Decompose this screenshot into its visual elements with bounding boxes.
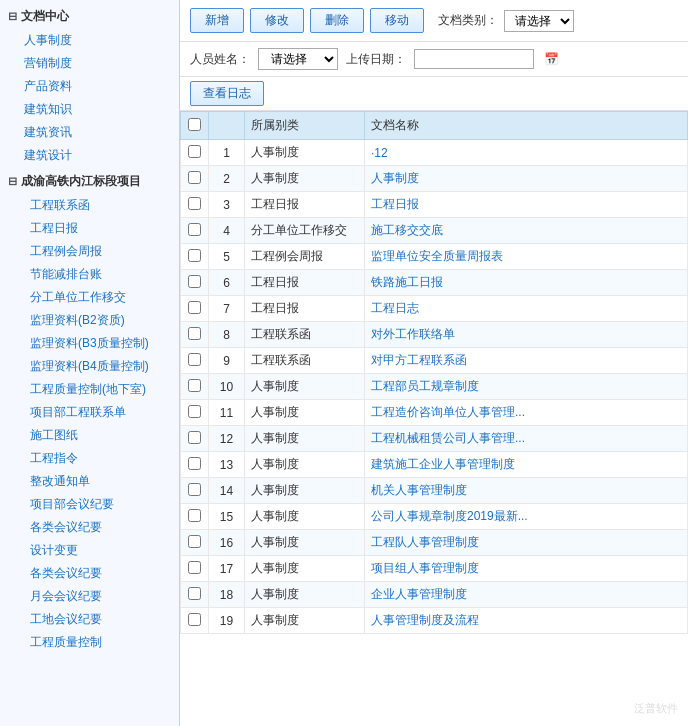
row-doc-name[interactable]: 监理单位安全质量周报表 <box>365 244 688 270</box>
sidebar-sub-item-3[interactable]: 节能减排台账 <box>0 263 179 286</box>
row-doc-name[interactable]: 工程队人事管理制度 <box>365 530 688 556</box>
sidebar-sub-item-16[interactable]: 各类会议纪要 <box>0 562 179 585</box>
sidebar-sub-item-4[interactable]: 分工单位工作移交 <box>0 286 179 309</box>
doc-name-link[interactable]: 工程造价咨询单位人事管理... <box>371 405 525 419</box>
sidebar-sub-item-19[interactable]: 工程质量控制 <box>0 631 179 654</box>
doc-name-link[interactable]: 对外工作联络单 <box>371 327 455 341</box>
row-checkbox-10[interactable] <box>188 405 201 418</box>
row-doc-name[interactable]: 工程日报 <box>365 192 688 218</box>
row-doc-name[interactable]: 建筑施工企业人事管理制度 <box>365 452 688 478</box>
sidebar-item-jianzhu-zhishi[interactable]: 建筑知识 <box>0 98 179 121</box>
add-button[interactable]: 新增 <box>190 8 244 33</box>
sidebar-sub-item-13[interactable]: 项目部会议纪要 <box>0 493 179 516</box>
row-doc-name[interactable]: 项目组人事管理制度 <box>365 556 688 582</box>
row-doc-name[interactable]: 人事管理制度及流程 <box>365 608 688 634</box>
row-checkbox-17[interactable] <box>188 587 201 600</box>
sidebar-sub-item-7[interactable]: 监理资料(B4质量控制) <box>0 355 179 378</box>
row-checkbox-0[interactable] <box>188 145 201 158</box>
doc-name-link[interactable]: 施工移交交底 <box>371 223 443 237</box>
doc-name-link[interactable]: 机关人事管理制度 <box>371 483 467 497</box>
row-checkbox-4[interactable] <box>188 249 201 262</box>
sidebar-sub-item-12[interactable]: 整改通知单 <box>0 470 179 493</box>
doc-type-select[interactable]: 请选择 <box>504 10 574 32</box>
row-checkbox-12[interactable] <box>188 457 201 470</box>
sidebar-sub-item-17[interactable]: 月会会议纪要 <box>0 585 179 608</box>
row-doc-name[interactable]: 工程部员工规章制度 <box>365 374 688 400</box>
row-checkbox-15[interactable] <box>188 535 201 548</box>
doc-name-link[interactable]: ·12 <box>371 146 388 160</box>
row-checkbox-7[interactable] <box>188 327 201 340</box>
row-doc-name[interactable]: 人事制度 <box>365 166 688 192</box>
row-doc-name[interactable]: 工程机械租赁公司人事管理... <box>365 426 688 452</box>
sidebar-item-chanpin[interactable]: 产品资料 <box>0 75 179 98</box>
sidebar-sub-item-8[interactable]: 工程质量控制(地下室) <box>0 378 179 401</box>
row-checkbox-11[interactable] <box>188 431 201 444</box>
doc-name-link[interactable]: 工程机械租赁公司人事管理... <box>371 431 525 445</box>
sidebar-item-yingxiao[interactable]: 营销制度 <box>0 52 179 75</box>
row-doc-name[interactable]: 企业人事管理制度 <box>365 582 688 608</box>
row-doc-name[interactable]: ·12 <box>365 140 688 166</box>
sidebar-sub-item-15[interactable]: 设计变更 <box>0 539 179 562</box>
row-doc-name[interactable]: 机关人事管理制度 <box>365 478 688 504</box>
doc-name-link[interactable]: 人事管理制度及流程 <box>371 613 479 627</box>
doc-name-link[interactable]: 企业人事管理制度 <box>371 587 467 601</box>
row-checkbox-2[interactable] <box>188 197 201 210</box>
row-doc-name[interactable]: 铁路施工日报 <box>365 270 688 296</box>
sidebar-sub-item-6[interactable]: 监理资料(B3质量控制) <box>0 332 179 355</box>
doc-name-link[interactable]: 人事制度 <box>371 171 419 185</box>
person-select[interactable]: 请选择 <box>258 48 338 70</box>
sidebar-sub-item-14[interactable]: 各类会议纪要 <box>0 516 179 539</box>
row-checkbox-5[interactable] <box>188 275 201 288</box>
row-doc-name[interactable]: 对外工作联络单 <box>365 322 688 348</box>
row-checkbox-13[interactable] <box>188 483 201 496</box>
row-checkbox-14[interactable] <box>188 509 201 522</box>
doc-name-link[interactable]: 工程部员工规章制度 <box>371 379 479 393</box>
sidebar-root[interactable]: ⊟ 文档中心 <box>0 4 179 29</box>
calendar-icon[interactable]: 📅 <box>544 52 559 66</box>
date-label: 上传日期： <box>346 51 406 68</box>
doc-name-link[interactable]: 项目组人事管理制度 <box>371 561 479 575</box>
sidebar-sub-item-11[interactable]: 工程指令 <box>0 447 179 470</box>
sidebar-section-project[interactable]: ⊟ 成渝高铁内江标段项目 <box>0 169 179 194</box>
sidebar-item-jianzhu-sheji[interactable]: 建筑设计 <box>0 144 179 167</box>
move-button[interactable]: 移动 <box>370 8 424 33</box>
row-checkbox-9[interactable] <box>188 379 201 392</box>
row-checkbox-6[interactable] <box>188 301 201 314</box>
row-doc-name[interactable]: 施工移交交底 <box>365 218 688 244</box>
date-input[interactable] <box>414 49 534 69</box>
doc-name-link[interactable]: 监理单位安全质量周报表 <box>371 249 503 263</box>
row-doc-name[interactable]: 公司人事规章制度2019最新... <box>365 504 688 530</box>
row-checkbox-3[interactable] <box>188 223 201 236</box>
sidebar-sub-item-10[interactable]: 施工图纸 <box>0 424 179 447</box>
sidebar-sub-item-1[interactable]: 工程日报 <box>0 217 179 240</box>
row-num: 2 <box>209 166 245 192</box>
doc-name-link[interactable]: 工程队人事管理制度 <box>371 535 479 549</box>
sidebar-sub-item-9[interactable]: 项目部工程联系单 <box>0 401 179 424</box>
sidebar-sub-item-18[interactable]: 工地会议纪要 <box>0 608 179 631</box>
row-checkbox-8[interactable] <box>188 353 201 366</box>
row-checkbox-16[interactable] <box>188 561 201 574</box>
doc-name-link[interactable]: 公司人事规章制度2019最新... <box>371 509 528 523</box>
row-checkbox-1[interactable] <box>188 171 201 184</box>
row-doc-name[interactable]: 对甲方工程联系函 <box>365 348 688 374</box>
doc-name-link[interactable]: 对甲方工程联系函 <box>371 353 467 367</box>
table-row: 1人事制度·12 <box>181 140 688 166</box>
row-doc-name[interactable]: 工程造价咨询单位人事管理... <box>365 400 688 426</box>
doc-name-link[interactable]: 铁路施工日报 <box>371 275 443 289</box>
delete-button[interactable]: 删除 <box>310 8 364 33</box>
doc-name-link[interactable]: 工程日志 <box>371 301 419 315</box>
main-panel: 新增 修改 删除 移动 文档类别： 请选择 人员姓名： 请选择 上传日期： 📅 … <box>180 0 688 726</box>
sidebar-sub-item-2[interactable]: 工程例会周报 <box>0 240 179 263</box>
sidebar-sub-item-5[interactable]: 监理资料(B2资质) <box>0 309 179 332</box>
sidebar-sub-item-0[interactable]: 工程联系函 <box>0 194 179 217</box>
doc-name-link[interactable]: 工程日报 <box>371 197 419 211</box>
log-button[interactable]: 查看日志 <box>190 81 264 106</box>
row-doc-name[interactable]: 工程日志 <box>365 296 688 322</box>
sidebar-item-renshi[interactable]: 人事制度 <box>0 29 179 52</box>
row-checkbox-18[interactable] <box>188 613 201 626</box>
select-all-checkbox[interactable] <box>188 118 201 131</box>
doc-name-link[interactable]: 建筑施工企业人事管理制度 <box>371 457 515 471</box>
edit-button[interactable]: 修改 <box>250 8 304 33</box>
sidebar-item-jianzhu-zixun[interactable]: 建筑资讯 <box>0 121 179 144</box>
table-row: 7工程日报工程日志 <box>181 296 688 322</box>
